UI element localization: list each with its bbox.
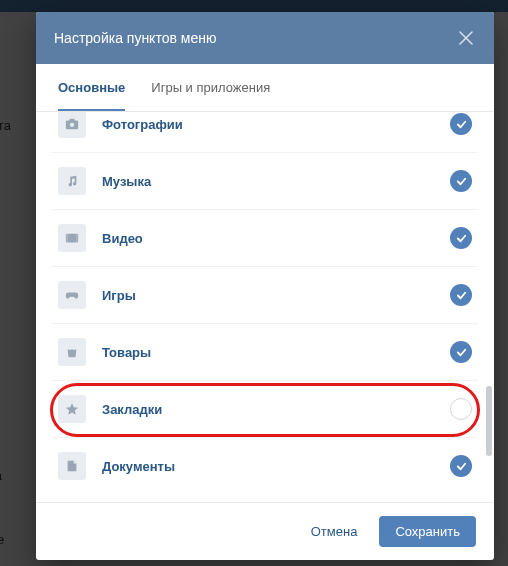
camera-icon [58,112,86,138]
close-icon [459,31,473,45]
menu-item-row[interactable]: Игры [52,267,478,324]
cancel-button[interactable]: Отмена [295,516,374,547]
enable-toggle[interactable] [450,455,472,477]
music-icon [58,167,86,195]
enable-toggle[interactable] [450,341,472,363]
bag-icon [58,338,86,366]
enable-toggle[interactable] [450,284,472,306]
gamepad-icon [58,281,86,309]
enable-toggle[interactable] [450,227,472,249]
enable-toggle[interactable] [450,398,472,420]
modal-title: Настройка пунктов меню [54,30,216,46]
scrollbar[interactable] [486,118,492,496]
menu-item-label: Документы [102,459,450,474]
modal-header: Настройка пунктов меню [36,12,494,64]
menu-item-row[interactable]: Закладки [52,381,478,438]
enable-toggle[interactable] [450,113,472,135]
menu-item-row[interactable]: Музыка [52,153,478,210]
video-icon [58,224,86,252]
enable-toggle[interactable] [450,170,472,192]
menu-settings-modal: Настройка пунктов меню Основные Игры и п… [36,12,494,560]
tab-main[interactable]: Основные [58,64,125,111]
menu-item-label: Музыка [102,174,450,189]
menu-item-row[interactable]: Товары [52,324,478,381]
svg-rect-1 [69,119,74,122]
menu-item-row[interactable]: Фотографии [52,112,478,153]
tabs-bar: Основные Игры и приложения [36,64,494,112]
menu-item-label: Закладки [102,402,450,417]
tab-apps[interactable]: Игры и приложения [151,64,270,111]
menu-item-label: Видео [102,231,450,246]
svg-rect-5 [76,234,77,243]
menu-item-row[interactable]: Видео [52,210,478,267]
scrollbar-thumb[interactable] [486,386,492,456]
svg-rect-4 [67,234,68,243]
close-button[interactable] [456,28,476,48]
svg-point-2 [70,123,74,127]
menu-item-label: Фотографии [102,117,450,132]
star-icon [58,395,86,423]
menu-items-list: ФотографииМузыкаВидеоИгрыТоварыЗакладкиД… [36,112,494,502]
menu-item-row[interactable]: Документы [52,438,478,494]
menu-item-label: Товары [102,345,450,360]
document-icon [58,452,86,480]
save-button[interactable]: Сохранить [379,516,476,547]
modal-footer: Отмена Сохранить [36,502,494,560]
menu-item-label: Игры [102,288,450,303]
